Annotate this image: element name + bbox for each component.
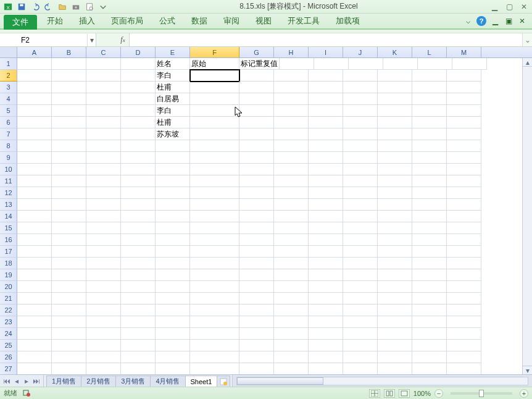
cell[interactable]: [156, 246, 190, 258]
cell[interactable]: [447, 152, 481, 164]
cell[interactable]: [309, 70, 343, 82]
cell[interactable]: [190, 93, 239, 105]
cell[interactable]: [52, 222, 86, 234]
sheet-tab[interactable]: 4月销售: [150, 376, 185, 387]
sheet-tab[interactable]: 2月销售: [81, 376, 116, 387]
cell[interactable]: [86, 105, 121, 117]
cell[interactable]: [52, 269, 86, 281]
redo-icon[interactable]: [43, 1, 54, 12]
cell[interactable]: [412, 105, 447, 117]
cell[interactable]: [274, 304, 309, 316]
cell[interactable]: [378, 269, 412, 281]
sheet-prev-icon[interactable]: ◂: [12, 377, 21, 385]
cell[interactable]: [17, 105, 52, 117]
column-header[interactable]: C: [86, 47, 121, 57]
cell[interactable]: [343, 164, 378, 175]
row-header[interactable]: 25: [0, 340, 17, 351]
cell[interactable]: [309, 246, 343, 258]
cell[interactable]: [17, 117, 52, 128]
cell[interactable]: [309, 363, 343, 374]
cell[interactable]: [52, 175, 86, 187]
cell[interactable]: [343, 222, 378, 234]
cell[interactable]: [190, 293, 239, 304]
cell[interactable]: [190, 164, 239, 175]
cell[interactable]: [156, 351, 190, 363]
cell[interactable]: [239, 340, 274, 351]
cell[interactable]: [52, 58, 86, 70]
cell[interactable]: [412, 351, 447, 363]
cell[interactable]: [412, 93, 447, 105]
cell[interactable]: [412, 222, 447, 234]
cell[interactable]: [274, 340, 309, 351]
cell[interactable]: [86, 281, 121, 293]
print-preview-icon[interactable]: [84, 1, 95, 12]
cell[interactable]: [412, 328, 447, 340]
cell[interactable]: [239, 293, 274, 304]
cell[interactable]: [309, 82, 343, 93]
cell[interactable]: [86, 222, 121, 234]
cell[interactable]: [274, 269, 309, 281]
cell[interactable]: [17, 328, 52, 340]
cell[interactable]: [17, 304, 52, 316]
cell[interactable]: [156, 199, 190, 211]
cell[interactable]: [17, 293, 52, 304]
cell[interactable]: [412, 269, 447, 281]
row-header[interactable]: 1: [0, 58, 17, 70]
mdi-close-icon[interactable]: ✕: [518, 2, 530, 11]
cell[interactable]: [343, 211, 378, 222]
cell[interactable]: [156, 304, 190, 316]
cell[interactable]: [274, 128, 309, 140]
cell[interactable]: [343, 70, 378, 82]
cell[interactable]: [190, 70, 239, 82]
cell[interactable]: [121, 351, 156, 363]
cell[interactable]: [343, 258, 378, 269]
cell[interactable]: [86, 187, 121, 199]
cell[interactable]: [52, 105, 86, 117]
file-tab[interactable]: 文件: [4, 15, 37, 30]
cell[interactable]: [383, 58, 418, 70]
cell[interactable]: [239, 222, 274, 234]
cell[interactable]: [343, 351, 378, 363]
cell[interactable]: [156, 293, 190, 304]
cell[interactable]: [239, 269, 274, 281]
sheet-first-icon[interactable]: ⏮: [2, 377, 11, 385]
cell[interactable]: [274, 211, 309, 222]
cell[interactable]: [412, 70, 447, 82]
cell[interactable]: [52, 281, 86, 293]
cell[interactable]: [412, 199, 447, 211]
column-header[interactable]: G: [239, 47, 274, 57]
help-icon[interactable]: ?: [476, 16, 486, 26]
cell[interactable]: [121, 340, 156, 351]
cell[interactable]: [343, 293, 378, 304]
cell[interactable]: [156, 234, 190, 246]
cell[interactable]: [412, 117, 447, 128]
window-minimize-icon[interactable]: ▁: [490, 16, 500, 26]
cell[interactable]: [412, 164, 447, 175]
cell[interactable]: [86, 304, 121, 316]
qat-dropdown-icon[interactable]: [98, 1, 109, 12]
cell[interactable]: [156, 269, 190, 281]
cell[interactable]: [418, 58, 452, 70]
cell[interactable]: [190, 175, 239, 187]
cell[interactable]: [86, 316, 121, 328]
cell[interactable]: [378, 70, 412, 82]
cell[interactable]: [190, 140, 239, 152]
cell[interactable]: [309, 140, 343, 152]
cell[interactable]: [121, 304, 156, 316]
cell[interactable]: [274, 164, 309, 175]
select-all-button[interactable]: [0, 47, 17, 57]
cell[interactable]: [280, 58, 314, 70]
cell[interactable]: [274, 316, 309, 328]
cell[interactable]: [412, 363, 447, 374]
cell[interactable]: [121, 140, 156, 152]
cell[interactable]: [447, 234, 481, 246]
cell[interactable]: [190, 363, 239, 374]
cell[interactable]: [121, 82, 156, 93]
cell[interactable]: [52, 93, 86, 105]
cell[interactable]: [190, 199, 239, 211]
cell[interactable]: [52, 363, 86, 374]
cell[interactable]: [86, 199, 121, 211]
cell[interactable]: [447, 199, 481, 211]
cell[interactable]: 白居易: [156, 93, 190, 105]
cell[interactable]: [447, 70, 481, 82]
